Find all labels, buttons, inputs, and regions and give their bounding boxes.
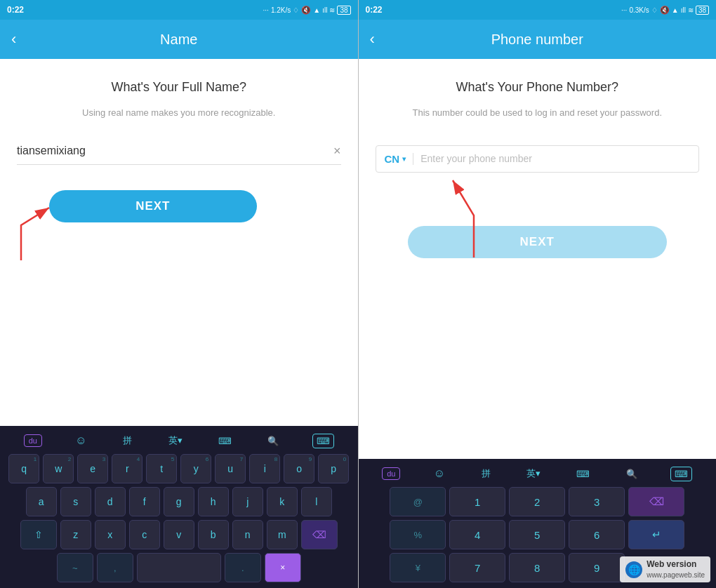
right-key-8[interactable]: 8 bbox=[509, 553, 565, 582]
right-key-row-2: % 4 5 6 ↵ bbox=[362, 520, 714, 549]
left-key-row-2: a s d f g h j k l bbox=[3, 487, 355, 516]
right-kb-search[interactable]: 🔍 bbox=[623, 467, 640, 481]
left-keyboard-rows: 1q 2w 3e 4r 5t 6y 7u 8i 9o 0p a s d f g … bbox=[3, 454, 355, 582]
left-kb-emoji[interactable]: ☺ bbox=[72, 433, 89, 448]
right-country-code[interactable]: CN ▾ bbox=[385, 153, 414, 165]
key-h[interactable]: h bbox=[198, 487, 229, 516]
key-i[interactable]: 8i bbox=[249, 454, 280, 483]
right-status-icons: ··· 0.3K/s ♢ 🔇 ▲ ıll ≋ 38 bbox=[621, 6, 709, 15]
left-name-input[interactable]: tiansemixiang bbox=[17, 145, 333, 157]
key-del2[interactable]: × bbox=[265, 553, 301, 582]
right-key-1[interactable]: 1 bbox=[449, 487, 505, 516]
left-kb-input-mode[interactable]: ⌨ bbox=[216, 434, 234, 448]
key-c[interactable]: c bbox=[129, 520, 160, 549]
left-keyboard-toolbar: du ☺ 拼 英▾ ⌨ 🔍 ⌨ bbox=[3, 430, 355, 454]
left-status-icons: ··· 1.2K/s ♢ 🔇 ▲ ıll ≋ 38 bbox=[263, 6, 351, 15]
key-e[interactable]: 3e bbox=[77, 454, 108, 483]
right-key-3[interactable]: 3 bbox=[569, 487, 625, 516]
key-u[interactable]: 7u bbox=[215, 454, 246, 483]
key-d[interactable]: d bbox=[95, 487, 126, 516]
key-a[interactable]: a bbox=[26, 487, 57, 516]
right-app-bar: ‹ Phone number bbox=[359, 20, 717, 59]
watermark-text: Web version www.pageweb.site bbox=[647, 559, 705, 580]
right-phone-input-row[interactable]: CN ▾ Enter your phone number bbox=[376, 145, 700, 173]
right-time: 0:22 bbox=[366, 5, 383, 15]
watermark-globe-icon: 🌐 bbox=[625, 561, 642, 578]
left-app-bar: ‹ Name bbox=[0, 20, 358, 59]
right-status-bar: 0:22 ··· 0.3K/s ♢ 🔇 ▲ ıll ≋ 38 bbox=[359, 0, 717, 20]
left-back-button[interactable]: ‹ bbox=[11, 30, 16, 48]
left-next-button[interactable]: NEXT bbox=[49, 190, 256, 222]
key-space[interactable] bbox=[137, 553, 221, 582]
right-kb-pinyin[interactable]: 拼 bbox=[479, 466, 493, 481]
key-j[interactable]: j bbox=[232, 487, 263, 516]
left-kb-keyboard[interactable]: ⌨ bbox=[312, 434, 334, 448]
right-kb-keyboard[interactable]: ⌨ bbox=[670, 467, 692, 481]
country-dropdown-arrow[interactable]: ▾ bbox=[402, 155, 406, 163]
right-key-backspace[interactable]: ⌫ bbox=[628, 487, 684, 516]
key-x[interactable]: x bbox=[95, 520, 126, 549]
left-question: What's Your Full Name? bbox=[111, 80, 246, 95]
left-content-area: What's Your Full Name? Using real name m… bbox=[0, 59, 358, 426]
left-kb-search[interactable]: 🔍 bbox=[265, 434, 281, 448]
right-key-2[interactable]: 2 bbox=[509, 487, 565, 516]
key-g[interactable]: g bbox=[164, 487, 194, 516]
right-kb-emoji[interactable]: ☺ bbox=[431, 466, 448, 481]
key-b[interactable]: b bbox=[198, 520, 229, 549]
left-kb-english[interactable]: 英▾ bbox=[166, 433, 185, 448]
right-key-enter[interactable]: ↵ bbox=[628, 520, 684, 549]
right-key-6[interactable]: 6 bbox=[569, 520, 625, 549]
right-next-button[interactable]: NEXT bbox=[408, 226, 667, 258]
right-key-7[interactable]: 7 bbox=[449, 553, 505, 582]
key-z[interactable]: z bbox=[60, 520, 91, 549]
right-keyboard-toolbar: du ☺ 拼 英▾ ⌨ 🔍 ⌨ bbox=[362, 463, 714, 487]
key-del[interactable]: ⌫ bbox=[301, 520, 338, 549]
left-time: 0:22 bbox=[7, 5, 24, 15]
key-r[interactable]: 4r bbox=[112, 454, 142, 483]
right-key-at[interactable]: @ bbox=[390, 487, 446, 516]
right-key-5[interactable]: 5 bbox=[509, 520, 565, 549]
left-key-row-4: ~ , . × bbox=[3, 553, 355, 582]
key-k[interactable]: k bbox=[267, 487, 298, 516]
key-f[interactable]: f bbox=[129, 487, 160, 516]
right-phone-placeholder[interactable]: Enter your phone number bbox=[420, 153, 532, 164]
left-key-row-3: ⇧ z x c v b n m ⌫ bbox=[3, 520, 355, 549]
key-v[interactable]: v bbox=[164, 520, 194, 549]
right-key-yen[interactable]: ¥ bbox=[390, 553, 446, 582]
right-subtitle: This number could be used to log in and … bbox=[412, 106, 662, 120]
watermark: 🌐 Web version www.pageweb.site bbox=[620, 556, 710, 582]
key-q[interactable]: 1q bbox=[8, 454, 39, 483]
key-w[interactable]: 2w bbox=[43, 454, 74, 483]
left-keyboard: du ☺ 拼 英▾ ⌨ 🔍 ⌨ 1q 2w 3e 4r 5t 6y 7u 8i … bbox=[0, 426, 358, 588]
key-n[interactable]: n bbox=[232, 520, 263, 549]
key-y[interactable]: 6y bbox=[180, 454, 211, 483]
right-phone-panel: 0:22 ··· 0.3K/s ♢ 🔇 ▲ ıll ≋ 38 ‹ Phone n… bbox=[359, 0, 717, 588]
left-kb-pinyin[interactable]: 拼 bbox=[120, 433, 135, 448]
key-m[interactable]: m bbox=[267, 520, 298, 549]
key-shift[interactable]: ⇧ bbox=[20, 520, 57, 549]
right-kb-english[interactable]: 英▾ bbox=[524, 466, 543, 481]
right-back-button[interactable]: ‹ bbox=[370, 30, 375, 48]
key-o[interactable]: 9o bbox=[284, 454, 314, 483]
right-key-9[interactable]: 9 bbox=[569, 553, 625, 582]
key-t[interactable]: 5t bbox=[146, 454, 177, 483]
key-sym1[interactable]: ~ bbox=[57, 553, 93, 582]
key-s[interactable]: s bbox=[60, 487, 91, 516]
left-kb-du[interactable]: du bbox=[24, 434, 42, 447]
key-l[interactable]: l bbox=[301, 487, 332, 516]
left-screen-title: Name bbox=[160, 32, 197, 48]
right-kb-input-mode[interactable]: ⌨ bbox=[574, 467, 592, 481]
key-sym2[interactable]: , bbox=[97, 553, 133, 582]
left-clear-button[interactable]: × bbox=[333, 144, 341, 159]
right-question: What's Your Phone Number? bbox=[456, 80, 618, 95]
left-phone-panel: 0:22 ··· 1.2K/s ♢ 🔇 ▲ ıll ≋ 38 ‹ Name Wh… bbox=[0, 0, 358, 588]
right-key-percent[interactable]: % bbox=[390, 520, 446, 549]
right-kb-du[interactable]: du bbox=[382, 467, 400, 480]
left-name-input-row[interactable]: tiansemixiang × bbox=[17, 138, 341, 165]
right-key-4[interactable]: 4 bbox=[449, 520, 505, 549]
key-p[interactable]: 0p bbox=[318, 454, 349, 483]
watermark-label1: Web version bbox=[647, 559, 705, 570]
right-screen-title: Phone number bbox=[491, 32, 583, 48]
left-status-bar: 0:22 ··· 1.2K/s ♢ 🔇 ▲ ıll ≋ 38 bbox=[0, 0, 358, 20]
key-period[interactable]: . bbox=[225, 553, 261, 582]
